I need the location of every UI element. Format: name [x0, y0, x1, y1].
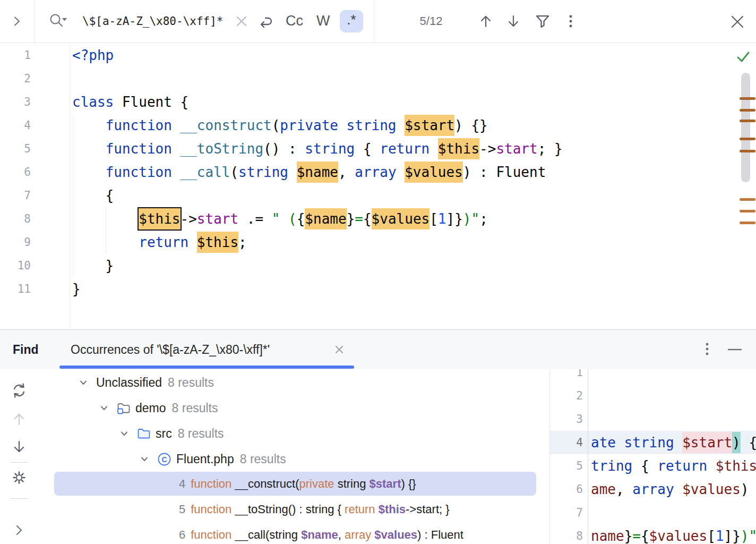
preview-line[interactable]: 4ate string $start) { — [550, 431, 756, 454]
chevron-down-icon[interactable] — [139, 454, 150, 464]
result-line-number: 5 — [179, 503, 185, 516]
expand-panel-icon[interactable] — [15, 524, 23, 536]
tree-row-src[interactable]: src8 results — [119, 421, 224, 446]
code-token: , — [616, 481, 632, 497]
code-token: __call(string — [235, 528, 301, 541]
search-field[interactable]: \$[a-zA-Z_\x80-\xff]* Cc W .* — [34, 0, 374, 42]
search-match: $name — [305, 208, 346, 230]
result-line-number: 6 — [179, 528, 185, 542]
preview-line-number: 5 — [550, 454, 583, 478]
next-result-button[interactable] — [11, 438, 27, 455]
search-result-row-line-4[interactable]: 4function __construct(private string $st… — [54, 472, 536, 496]
search-history-icon[interactable] — [48, 11, 68, 32]
next-occurrence-button[interactable] — [505, 13, 521, 30]
preview-line[interactable]: 3 — [550, 407, 756, 431]
editor-line[interactable]: 1<?php — [0, 44, 756, 67]
regex-toggle[interactable]: .* — [340, 10, 363, 32]
tree-node-label: Fluent.php — [176, 452, 234, 466]
code-token — [338, 117, 347, 133]
search-match: $name — [297, 162, 338, 183]
match-case-toggle[interactable]: Cc — [286, 0, 303, 42]
match-counter: 5/12 — [410, 0, 452, 42]
scrollbar-match-mark[interactable] — [740, 109, 755, 112]
result-code-preview: function __toString() : string { return … — [191, 503, 449, 516]
code-token — [188, 234, 197, 250]
preview-line-number: 6 — [550, 478, 583, 501]
result-code-preview: function __construct(private string $sta… — [191, 477, 416, 491]
rerun-search-icon[interactable] — [11, 382, 28, 399]
editor-line[interactable]: 3class Fluent { — [0, 90, 756, 114]
panel-options-icon[interactable] — [702, 342, 712, 358]
code-token: $name — [301, 528, 338, 541]
preview-line[interactable]: 2 — [550, 384, 756, 407]
search-match: $this — [197, 232, 238, 253]
editor-line[interactable]: 2 — [0, 67, 756, 90]
preview-line[interactable]: 1 — [550, 369, 756, 384]
gear-icon[interactable] — [12, 471, 26, 484]
code-token: $start — [370, 477, 401, 490]
preview-line[interactable]: 5tring { return $this — [550, 454, 756, 478]
code-token: tring — [591, 458, 632, 474]
close-search-icon[interactable] — [731, 15, 744, 29]
hide-panel-icon[interactable] — [727, 346, 742, 353]
previous-result-button[interactable] — [11, 411, 27, 428]
search-query-input[interactable]: \$[a-zA-Z_\x80-\xff]* — [82, 0, 224, 42]
scrollbar-match-mark[interactable] — [740, 198, 755, 201]
preview-line[interactable]: 8name}={$values[1]})" — [550, 524, 756, 544]
chevron-down-icon[interactable] — [78, 377, 89, 388]
code-token — [674, 481, 683, 497]
code-token: __construct — [181, 117, 272, 133]
editor-line[interactable]: 5 function __toString() : string { retur… — [0, 137, 756, 160]
code-token — [172, 141, 181, 157]
code-token: { — [641, 528, 649, 544]
editor-scrollbar-thumb[interactable] — [741, 73, 750, 182]
editor-code-line: { — [72, 184, 114, 207]
code-token: ( — [230, 164, 238, 180]
editor-line-number: 6 — [0, 160, 31, 184]
editor-line[interactable]: 8 $this->start .= " ({$name}={$values[1]… — [0, 207, 756, 231]
tree-row-fluent-php[interactable]: CFluent.php8 results — [139, 446, 286, 472]
editor-line[interactable]: 11} — [0, 277, 756, 301]
chevron-down-icon[interactable] — [99, 403, 109, 413]
editor-line[interactable]: 10 } — [0, 254, 756, 277]
clear-search-icon[interactable] — [235, 15, 248, 28]
code-editor[interactable]: 1<?php23class Fluent {4 function __const… — [0, 43, 756, 329]
search-result-row-line-5[interactable]: 5function __toString() : string { return… — [54, 497, 536, 521]
editor-line[interactable]: 7 { — [0, 184, 756, 207]
scrollbar-match-mark[interactable] — [740, 222, 755, 224]
code-token: } — [72, 258, 114, 274]
tree-row-demo[interactable]: demo8 results — [99, 395, 218, 421]
preview-line[interactable]: 6ame, array $values) — [550, 478, 756, 501]
code-token: { — [363, 211, 372, 227]
scrollbar-match-mark[interactable] — [740, 120, 755, 122]
scrollbar-match-mark[interactable] — [740, 210, 755, 212]
code-token — [72, 117, 106, 133]
filter-icon[interactable] — [535, 13, 551, 29]
previous-occurrence-button[interactable] — [478, 13, 494, 30]
current-search-match: $this — [139, 208, 180, 230]
tab-close-icon[interactable] — [334, 344, 345, 355]
module-folder-icon — [117, 401, 131, 415]
inspections-ok-icon[interactable] — [736, 50, 751, 64]
chevron-down-icon[interactable] — [119, 428, 130, 439]
search-expand-button[interactable] — [0, 0, 35, 42]
search-result-row-line-6[interactable]: 6function __call(string $name, array $va… — [54, 523, 536, 544]
code-token: " ( — [272, 211, 297, 227]
code-token: return — [380, 141, 429, 157]
more-options-icon[interactable] — [565, 13, 576, 29]
code-token: __call — [181, 164, 230, 180]
editor-line[interactable]: 9 return $this; — [0, 231, 756, 254]
new-line-icon[interactable] — [257, 13, 275, 31]
scrollbar-match-mark[interactable] — [740, 138, 755, 140]
tree-row-unclassified[interactable]: Unclassified8 results — [78, 370, 214, 395]
scrollbar-match-mark[interactable] — [740, 97, 755, 100]
result-line-number: 4 — [179, 477, 185, 491]
preview-editor[interactable]: 1234ate string $start) {5tring { return … — [550, 369, 756, 544]
editor-line[interactable]: 4 function __construct(private string $s… — [0, 114, 756, 137]
whole-words-toggle[interactable]: W — [316, 0, 330, 42]
scrollbar-match-mark[interactable] — [740, 150, 755, 152]
editor-line[interactable]: 6 function __call(string $name, array $v… — [0, 160, 756, 184]
preview-line-number: 3 — [550, 407, 583, 431]
preview-line[interactable]: 7 — [550, 501, 756, 524]
code-token: ]} — [724, 528, 740, 544]
